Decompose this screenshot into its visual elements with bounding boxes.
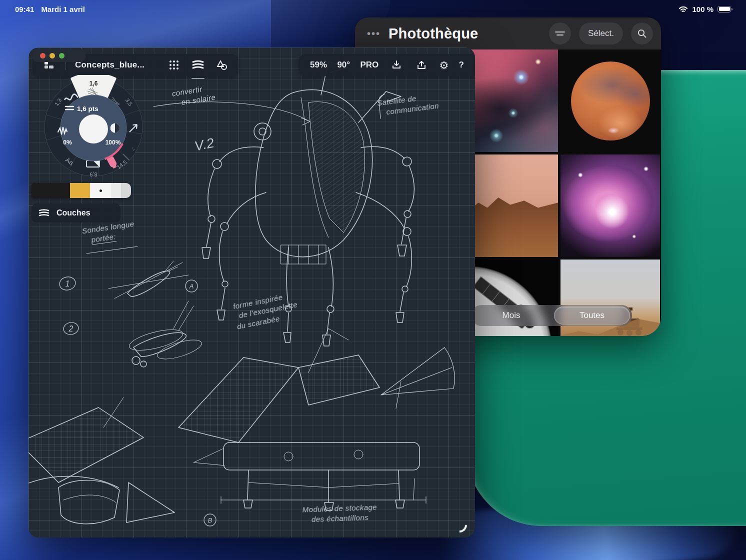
zoom-window-button[interactable]	[59, 53, 64, 58]
opacity-min-label: 0%	[63, 139, 72, 146]
zoom-level[interactable]: 59%	[310, 60, 327, 70]
mars-globe-image	[571, 62, 650, 140]
layers-panel-label: Couches	[56, 208, 90, 218]
swatch-black[interactable]	[32, 183, 70, 198]
search-button[interactable]	[631, 22, 653, 44]
color-swatch-bar	[32, 183, 131, 198]
photos-header: ••• Photothèque Sélect.	[355, 18, 661, 50]
photo-thumbnail-mars-globe[interactable]	[560, 50, 660, 152]
wifi-icon	[678, 6, 688, 13]
segment-month[interactable]: Mois	[471, 310, 552, 320]
segment-all-selected[interactable]: Toutes	[554, 306, 630, 324]
circled-number-2: 2	[68, 324, 74, 333]
minimize-window-button[interactable]	[50, 53, 55, 58]
stroke-size-label: 1,6 pts	[77, 105, 98, 112]
search-icon	[637, 28, 647, 38]
import-icon[interactable]	[389, 58, 404, 72]
help-button[interactable]: ?	[459, 60, 464, 70]
window-controls	[32, 49, 86, 62]
opacity-max-label: 100%	[106, 139, 121, 146]
circled-number-1: 1	[66, 280, 70, 288]
filter-icon	[554, 30, 566, 37]
select-button[interactable]: Sélect.	[579, 22, 623, 44]
active-tool-indicator	[192, 78, 204, 80]
battery-percent: 100 %	[692, 5, 714, 14]
shapes-icon[interactable]	[214, 58, 230, 72]
tool-wheel[interactable]: 1,6 1,3 3,5 7	[42, 75, 146, 179]
swatch-white-selected[interactable]	[90, 183, 111, 198]
date: Mardi 1 avril	[41, 5, 85, 14]
annotation-modules: Modules de stockage des échantillons	[302, 502, 378, 525]
layers-panel-button[interactable]: Couches	[32, 204, 120, 222]
circled-letter-b: B	[208, 516, 212, 524]
wheel-center-button[interactable]	[79, 114, 108, 144]
close-window-button[interactable]	[40, 53, 46, 58]
swatch-amber[interactable]	[70, 183, 90, 198]
battery-icon	[718, 6, 731, 12]
photo-thumbnail-orion-nebula[interactable]	[560, 154, 660, 257]
circled-letter-a: A	[189, 282, 194, 290]
document-title[interactable]: Concepts_blue...	[75, 60, 144, 70]
layers-icon[interactable]	[190, 58, 206, 72]
grid-tools-icon[interactable]	[166, 58, 182, 72]
status-bar: 09:41 Mardi 1 avril 100 %	[0, 0, 746, 18]
swatch-gray[interactable]	[121, 183, 131, 198]
share-icon[interactable]	[414, 58, 429, 72]
clock: 09:41	[15, 5, 34, 14]
pro-badge[interactable]: PRO	[360, 60, 378, 70]
rotation-value[interactable]: 90°	[337, 60, 350, 70]
select-button-label: Sélect.	[588, 28, 614, 38]
screen: { "status_bar": { "time": "09:41", "date…	[0, 0, 746, 560]
settings-icon[interactable]: ⚙	[439, 60, 448, 70]
wheel-size-8-9: 8,9	[90, 172, 97, 178]
concepts-window[interactable]: 1 2 A B convertir en solaire Satellite d…	[28, 48, 475, 538]
wheel-selected-size: 1,6	[90, 80, 98, 87]
layers-stack-icon	[38, 209, 50, 217]
swatch-light-gray[interactable]	[111, 183, 121, 198]
concepts-toolbar-right: 59% 90° PRO ⚙ ?	[299, 54, 475, 76]
more-options-icon[interactable]: •••	[367, 28, 380, 40]
selected-swatch-dot	[100, 190, 102, 192]
time-segmented-control: Mois Toutes	[471, 305, 632, 326]
photos-title: Photothèque	[388, 26, 478, 42]
filter-button[interactable]	[549, 22, 571, 44]
